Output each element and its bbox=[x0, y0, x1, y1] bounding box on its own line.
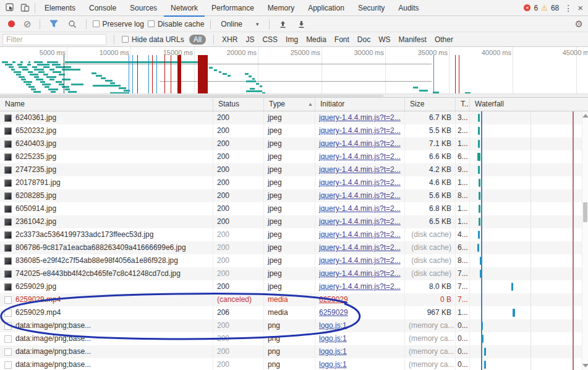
initiator-cell: jquery-1.4.4.min.js?t=2... bbox=[315, 124, 405, 137]
request-row[interactable]: data:image/png;base...200pnglogo.js:1(me… bbox=[0, 358, 588, 370]
search-icon[interactable] bbox=[65, 17, 80, 32]
initiator-link[interactable]: jquery-1.4.4.min.js?t=2... bbox=[319, 230, 401, 239]
throttling-dropdown[interactable]: Online ▾ bbox=[217, 20, 262, 28]
request-row[interactable]: data:image/png;base...200pnglogo.js:1(me… bbox=[0, 345, 588, 358]
tab-console[interactable]: Console bbox=[82, 0, 123, 16]
request-row[interactable]: 6208285.jpg200jpegjquery-1.4.4.min.js?t=… bbox=[0, 189, 588, 202]
request-row[interactable]: 2c3373ac5364199733adc173ffeec53d.jpg200j… bbox=[0, 228, 588, 241]
request-row[interactable]: 6050914.jpg200jpegjquery-1.4.4.min.js?t=… bbox=[0, 202, 588, 215]
tab-network[interactable]: Network bbox=[164, 0, 205, 16]
filter-type-img[interactable]: Img bbox=[285, 35, 299, 44]
filter-input[interactable] bbox=[2, 34, 106, 45]
overview-scroll-thumb[interactable] bbox=[0, 95, 383, 97]
image-thumbnail-icon bbox=[4, 218, 12, 226]
column-header-size[interactable]: Size bbox=[405, 98, 456, 111]
network-overview-timeline[interactable]: 5000 ms10000 ms15000 ms20000 ms25000 ms3… bbox=[0, 47, 588, 98]
tab-application[interactable]: Application bbox=[301, 0, 351, 16]
request-row[interactable]: 6520232.jpg200jpegjquery-1.4.4.min.js?t=… bbox=[0, 124, 588, 137]
inspect-element-icon[interactable] bbox=[2, 1, 17, 15]
filter-type-doc[interactable]: Doc bbox=[357, 35, 371, 44]
request-row[interactable]: 836085-e29f42c7f54ab88e98f4056a1e86f928.… bbox=[0, 254, 588, 267]
console-badges[interactable]: × 6 ⚠ 68 bbox=[524, 4, 560, 12]
filter-type-all[interactable]: All bbox=[189, 35, 206, 45]
initiator-link[interactable]: jquery-1.4.4.min.js?t=2... bbox=[319, 256, 401, 265]
tab-elements[interactable]: Elements bbox=[38, 0, 82, 16]
clear-icon[interactable]: ⊘ bbox=[23, 19, 32, 28]
filter-type-manifest[interactable]: Manifest bbox=[398, 35, 427, 44]
device-toolbar-icon[interactable] bbox=[17, 1, 32, 15]
column-header-initiator[interactable]: Initiator bbox=[315, 98, 405, 111]
filter-type-other[interactable]: Other bbox=[434, 35, 454, 44]
filter-type-css[interactable]: CSS bbox=[262, 35, 278, 44]
export-har-icon[interactable] bbox=[294, 17, 309, 32]
initiator-link[interactable]: jquery-1.4.4.min.js?t=2... bbox=[319, 217, 401, 226]
record-icon[interactable] bbox=[8, 20, 15, 27]
initiator-link[interactable]: logo.js:1 bbox=[319, 321, 347, 330]
column-header-status[interactable]: Status bbox=[213, 98, 264, 111]
initiator-link[interactable]: jquery-1.4.4.min.js?t=2... bbox=[319, 152, 401, 161]
column-header-type[interactable]: Type▲ bbox=[264, 98, 315, 111]
scroll-down-arrow-icon[interactable] bbox=[582, 364, 588, 368]
request-row[interactable]: 6240403.jpg200jpegjquery-1.4.4.min.js?t=… bbox=[0, 137, 588, 150]
disable-cache-checkbox[interactable] bbox=[148, 20, 155, 27]
initiator-link[interactable]: jquery-1.4.4.min.js?t=2... bbox=[319, 178, 401, 187]
scrollbar-thumb[interactable] bbox=[583, 202, 587, 222]
import-har-icon[interactable] bbox=[276, 17, 291, 32]
initiator-link[interactable]: jquery-1.4.4.min.js?t=2... bbox=[319, 243, 401, 252]
initiator-link[interactable]: jquery-1.4.4.min.js?t=2... bbox=[319, 126, 401, 135]
initiator-link[interactable]: jquery-1.4.4.min.js?t=2... bbox=[319, 191, 401, 200]
initiator-link[interactable]: jquery-1.4.4.min.js?t=2... bbox=[319, 204, 401, 213]
overview-request-bar bbox=[19, 76, 25, 78]
initiator-cell: jquery-1.4.4.min.js?t=2... bbox=[315, 228, 405, 241]
request-row[interactable]: 806786-9c817a1eacba688263409a41666699e6.… bbox=[0, 241, 588, 254]
request-name: data:image/png;base... bbox=[15, 319, 91, 332]
initiator-link[interactable]: 6259029 bbox=[319, 295, 348, 304]
request-row[interactable]: 6259029.mp4206media6259029967 KB1... bbox=[0, 306, 588, 319]
filter-type-font[interactable]: Font bbox=[334, 35, 350, 44]
overview-request-bar bbox=[68, 91, 77, 93]
initiator-link[interactable]: 6259029 bbox=[319, 308, 348, 317]
request-row[interactable]: 2747235.jpg200jpegjquery-1.4.4.min.js?t=… bbox=[0, 163, 588, 176]
initiator-link[interactable]: logo.js:1 bbox=[319, 334, 347, 343]
filter-type-js[interactable]: JS bbox=[245, 35, 255, 44]
filter-type-ws[interactable]: WS bbox=[378, 35, 391, 44]
initiator-link[interactable]: jquery-1.4.4.min.js?t=2... bbox=[319, 269, 401, 278]
request-row[interactable]: 6259029.jpg200jpegjquery-1.4.4.min.js?t=… bbox=[0, 280, 588, 293]
initiator-cell: 6259029 bbox=[315, 293, 405, 306]
column-header-t[interactable]: T... bbox=[456, 98, 470, 111]
initiator-link[interactable]: jquery-1.4.4.min.js?t=2... bbox=[319, 165, 401, 174]
filter-type-xhr[interactable]: XHR bbox=[221, 35, 238, 44]
request-row[interactable]: 20178791.jpg200jpegjquery-1.4.4.min.js?t… bbox=[0, 176, 588, 189]
gear-icon[interactable]: ⚙ bbox=[575, 19, 583, 30]
initiator-link[interactable]: jquery-1.4.4.min.js?t=2... bbox=[319, 113, 401, 122]
initiator-link[interactable]: logo.js:1 bbox=[319, 347, 347, 356]
kebab-menu-icon[interactable]: ⋮ bbox=[560, 3, 576, 13]
tab-sources[interactable]: Sources bbox=[123, 0, 164, 16]
tab-security[interactable]: Security bbox=[351, 0, 391, 16]
hide-data-urls-checkbox[interactable] bbox=[122, 36, 129, 43]
request-row[interactable]: 742025-e8443bb4f42cb465fe7c8c41248cd7cd.… bbox=[0, 267, 588, 280]
tab-memory[interactable]: Memory bbox=[261, 0, 301, 16]
request-row[interactable]: 6259029.mp4(canceled)media62590290 B7... bbox=[0, 293, 588, 306]
scroll-up-arrow-icon[interactable] bbox=[582, 114, 588, 118]
initiator-link[interactable]: jquery-1.4.4.min.js?t=2... bbox=[319, 139, 401, 148]
tab-performance[interactable]: Performance bbox=[205, 0, 261, 16]
request-row[interactable]: data:image/png;base...200pnglogo.js:1(me… bbox=[0, 332, 588, 345]
filter-type-media[interactable]: Media bbox=[305, 35, 327, 44]
close-icon[interactable]: × bbox=[576, 2, 588, 13]
vertical-scrollbar[interactable] bbox=[582, 111, 588, 370]
request-row[interactable]: 6225235.jpg200jpegjquery-1.4.4.min.js?t=… bbox=[0, 150, 588, 163]
waterfall-cell bbox=[470, 150, 588, 163]
filter-funnel-icon[interactable] bbox=[46, 17, 61, 32]
overview-scroll-strip[interactable] bbox=[0, 93, 588, 97]
initiator-link[interactable]: jquery-1.4.4.min.js?t=2... bbox=[319, 282, 401, 291]
tab-audits[interactable]: Audits bbox=[391, 0, 425, 16]
preserve-log-checkbox[interactable] bbox=[93, 20, 100, 27]
request-row[interactable]: 6240361.jpg200jpegjquery-1.4.4.min.js?t=… bbox=[0, 111, 588, 124]
request-row[interactable]: 2361042.jpg200jpegjquery-1.4.4.min.js?t=… bbox=[0, 215, 588, 228]
overview-request-bar bbox=[33, 91, 41, 93]
column-header-waterfall[interactable]: Waterfall bbox=[470, 98, 588, 111]
column-header-name[interactable]: Name bbox=[0, 98, 213, 111]
request-row[interactable]: data:image/png;base...200pnglogo.js:1(me… bbox=[0, 319, 588, 332]
initiator-link[interactable]: logo.js:1 bbox=[319, 360, 347, 369]
